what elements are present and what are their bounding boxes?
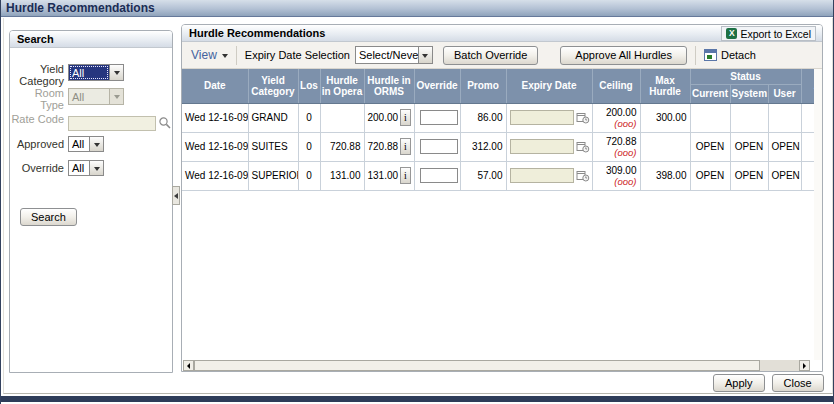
- calendar-icon[interactable]: [576, 169, 590, 182]
- ceiling-value: 200.00: [596, 107, 637, 118]
- info-button[interactable]: i: [400, 138, 410, 155]
- column-header-expiry-date: Expiry Date: [506, 69, 592, 103]
- approved-dropdown[interactable]: All: [68, 136, 104, 152]
- view-menu-button[interactable]: View: [191, 48, 228, 62]
- horizontal-scrollbar[interactable]: [183, 360, 810, 371]
- chevron-down-icon: [109, 89, 123, 104]
- cell-date: Wed 12-16-09: [182, 103, 248, 132]
- hurdle-orms-value: 720.88: [368, 141, 399, 152]
- ceiling-ooo-note: (ooo): [596, 147, 637, 158]
- scrollbar-thumb[interactable]: [194, 360, 760, 371]
- cell-hurdle-in-orms: 200.00 i: [364, 103, 414, 132]
- override-input[interactable]: [420, 139, 458, 154]
- chevron-down-icon[interactable]: [89, 161, 103, 175]
- room-type-value: All: [69, 89, 109, 104]
- chevron-down-icon[interactable]: [109, 65, 123, 80]
- hurdle-orms-value: 200.00: [368, 112, 399, 123]
- cell-expiry-date: [506, 161, 592, 190]
- room-type-dropdown: All: [68, 88, 124, 105]
- expiry-date-selection-label: Expiry Date Selection: [245, 49, 350, 61]
- cell-status-current: OPEN: [690, 132, 730, 161]
- detach-button[interactable]: Detach: [704, 49, 756, 61]
- cell-approve: [801, 103, 814, 132]
- toolbar-separator: [695, 46, 696, 65]
- cell-yield-category: SUPERIOR: [248, 161, 298, 190]
- chevron-down-icon[interactable]: [89, 137, 103, 151]
- cell-expiry-date: [506, 132, 592, 161]
- table-row: Wed 12-16-09 GRAND 0 200.00 i: [182, 103, 814, 132]
- splitter-collapse-handle[interactable]: [172, 186, 180, 205]
- toolbar-separator: [236, 46, 237, 65]
- override-input[interactable]: [420, 110, 458, 125]
- yield-category-label: Yield Category: [10, 63, 64, 87]
- detach-icon: [704, 49, 717, 61]
- column-header-promo: Promo: [460, 69, 506, 103]
- calendar-icon[interactable]: [576, 111, 590, 124]
- column-header-los: Los: [298, 69, 320, 103]
- cell-yield-category: GRAND: [248, 103, 298, 132]
- cell-override: [414, 132, 460, 161]
- cell-hurdle-in-opera: 131.00: [320, 161, 364, 190]
- search-form: Yield Category All Room Type All Rate Co…: [10, 48, 172, 372]
- column-header-hurdle-in-orms: Hurdle in ORMS: [364, 69, 414, 103]
- table-toolbar: View Expiry Date Selection Select/Never …: [182, 42, 822, 69]
- scroll-right-button[interactable]: [799, 360, 810, 371]
- cell-status-system: [730, 103, 768, 132]
- search-panel-header: Search: [10, 31, 172, 48]
- column-header-date: Date: [182, 69, 248, 103]
- cell-promo: 86.00: [460, 103, 506, 132]
- column-header-status-user: User: [768, 84, 801, 103]
- ceiling-value: 309.00: [596, 165, 637, 176]
- cell-status-system: OPEN: [730, 132, 768, 161]
- cell-promo: 312.00: [460, 132, 506, 161]
- override-input[interactable]: [420, 168, 458, 183]
- cell-hurdle-in-orms: 131.00 i: [364, 161, 414, 190]
- table-row: Wed 12-16-09 SUPERIOR 0 131.00 131.00 i: [182, 161, 814, 190]
- ceiling-ooo-note: (ooo): [596, 176, 637, 187]
- scroll-left-button[interactable]: [183, 360, 194, 371]
- approved-value: All: [69, 137, 89, 151]
- column-header-ceiling: Ceiling: [592, 69, 640, 103]
- cell-promo: 57.00: [460, 161, 506, 190]
- cell-override: [414, 103, 460, 132]
- column-header-max-hurdle: Max Hurdle: [640, 69, 690, 103]
- info-button[interactable]: i: [400, 167, 410, 184]
- close-button[interactable]: Close: [772, 374, 824, 392]
- expiry-date-input[interactable]: [510, 168, 574, 183]
- rate-code-input: [68, 116, 156, 131]
- column-header-hurdle-in-opera: Hurdle in Opera: [320, 69, 364, 103]
- calendar-icon[interactable]: [576, 140, 590, 153]
- expiry-date-input[interactable]: [510, 139, 574, 154]
- view-menu-label: View: [191, 48, 217, 62]
- export-to-excel-button[interactable]: Export to Excel: [721, 26, 816, 41]
- hurdle-recommendations-window: Hurdle Recommendations Search Yield Cate…: [0, 0, 834, 404]
- hurdle-table: Date Yield Category Los Hurdle in Opera …: [182, 69, 814, 191]
- yield-category-dropdown[interactable]: All: [68, 64, 124, 81]
- override-label: Override: [10, 162, 64, 174]
- cell-max-hurdle: 398.00: [640, 161, 690, 190]
- window-titlebar: Hurdle Recommendations: [1, 0, 833, 17]
- column-header-yield-category: Yield Category: [248, 69, 298, 103]
- expiry-date-selection-dropdown[interactable]: Select/Never: [355, 46, 433, 64]
- results-panel: Hurdle Recommendations Export to Excel V…: [181, 24, 823, 372]
- batch-override-button[interactable]: Batch Override: [443, 46, 538, 65]
- search-button[interactable]: Search: [20, 208, 77, 226]
- cell-status-system: OPEN: [730, 161, 768, 190]
- approve-all-hurdles-button[interactable]: Approve All Hurdles: [560, 46, 687, 65]
- expiry-date-input[interactable]: [510, 110, 574, 125]
- cell-status-user: OPEN: [768, 161, 801, 190]
- search-panel: Search Yield Category All Room Type All …: [9, 30, 173, 373]
- cell-approve: [801, 132, 814, 161]
- scrollbar-track[interactable]: [760, 360, 799, 371]
- column-header-approve-truncated: Ap: [801, 69, 814, 103]
- cell-ceiling: 720.88 (ooo): [592, 132, 640, 161]
- chevron-down-icon[interactable]: [418, 47, 432, 63]
- vertical-scrollbar-gutter: [814, 69, 822, 360]
- table-viewport: Date Yield Category Los Hurdle in Opera …: [182, 69, 814, 360]
- column-header-status-current: Current: [690, 84, 730, 103]
- info-button[interactable]: i: [400, 109, 410, 126]
- override-dropdown[interactable]: All: [68, 160, 104, 176]
- hurdle-orms-value: 131.00: [368, 170, 399, 181]
- apply-button[interactable]: Apply: [713, 374, 765, 392]
- column-header-status-group: Status: [690, 69, 801, 84]
